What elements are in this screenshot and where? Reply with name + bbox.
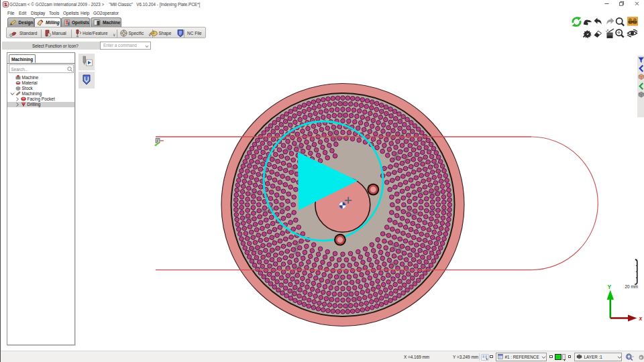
svg-text:Y: Y — [608, 284, 612, 290]
svg-text:F: F — [156, 139, 159, 143]
svg-text:20 mm: 20 mm — [625, 284, 639, 289]
svg-text:x: x — [639, 315, 643, 322]
